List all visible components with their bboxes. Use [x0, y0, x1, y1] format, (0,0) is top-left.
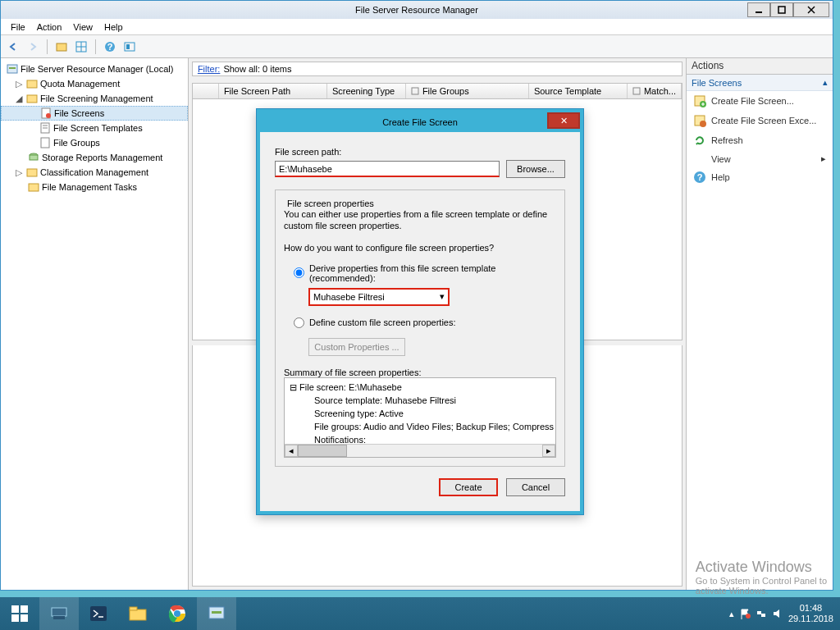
summary-scrollbar[interactable]: ◂▸	[285, 444, 555, 457]
cancel-button[interactable]: Cancel	[506, 478, 565, 496]
path-label: File screen path:	[275, 147, 565, 157]
tb-icon-1[interactable]	[52, 38, 71, 56]
tree-screen-mgmt[interactable]: ◢File Screening Management	[1, 91, 188, 106]
props-info: You can either use properties from a fil…	[284, 208, 556, 232]
props-fieldset: File screen properties You can either us…	[275, 189, 565, 467]
actions-title: Actions	[687, 58, 833, 75]
svg-text:?: ?	[697, 172, 703, 182]
tray-flag-icon[interactable]	[739, 608, 751, 619]
start-button[interactable]	[0, 597, 39, 630]
menu-file[interactable]: File	[6, 21, 30, 34]
activate-windows-watermark: Activate Windows Go to System in Control…	[696, 559, 827, 596]
tray-up-icon[interactable]: ▴	[729, 609, 734, 619]
menu-action[interactable]: Action	[32, 21, 67, 34]
action-refresh[interactable]: Refresh	[687, 130, 833, 150]
svg-rect-37	[21, 614, 28, 622]
action-help[interactable]: ?Help	[687, 167, 833, 187]
tree-reports[interactable]: Storage Reports Management	[1, 150, 188, 165]
action-create-exception[interactable]: Create File Screen Exce...	[687, 111, 833, 130]
grid-header[interactable]: File Screen Path Screening Type File Gro…	[192, 83, 682, 99]
svg-rect-21	[41, 138, 49, 148]
tree-file-screens[interactable]: File Screens	[1, 106, 188, 121]
tree-templates[interactable]: File Screen Templates	[1, 121, 188, 135]
menu-help[interactable]: Help	[99, 21, 128, 34]
svg-point-44	[174, 610, 180, 617]
svg-rect-23	[30, 155, 38, 160]
filter-link[interactable]: Filter:	[198, 64, 221, 74]
radio-custom-label: Define custom file screen properties:	[309, 317, 456, 327]
browse-button[interactable]: Browse...	[506, 160, 565, 178]
menubar: File Action View Help	[1, 19, 833, 35]
maximize-button[interactable]	[770, 2, 793, 17]
tree-classification[interactable]: ▷Classification Management	[1, 165, 188, 180]
svg-rect-24	[27, 169, 37, 176]
back-button[interactable]	[4, 38, 22, 56]
task-server-manager[interactable]	[39, 597, 79, 630]
taskbar: ▴ 01:48 29.11.2018	[0, 597, 840, 630]
svg-point-47	[746, 614, 751, 619]
svg-rect-36	[11, 614, 19, 622]
create-button[interactable]: Create	[439, 478, 498, 496]
dialog-title: Create File Screen	[382, 117, 458, 127]
props-legend: File screen properties	[284, 199, 377, 208]
custom-properties-button: Custom Properties ...	[308, 338, 405, 356]
tree-quota[interactable]: ▷Quota Management	[1, 76, 188, 91]
svg-rect-41	[130, 609, 146, 620]
template-select[interactable]: Muhasebe Filtresi▾	[308, 288, 450, 306]
svg-rect-25	[29, 184, 39, 191]
chevron-down-icon: ▾	[440, 291, 445, 302]
svg-rect-48	[757, 611, 761, 614]
svg-rect-13	[9, 67, 16, 69]
svg-rect-14	[27, 80, 37, 88]
svg-rect-42	[130, 607, 137, 610]
tree-tasks[interactable]: File Management Tasks	[1, 180, 188, 194]
task-chrome[interactable]	[158, 597, 197, 630]
actions-section: File Screens▴	[687, 75, 833, 91]
tray-network-icon[interactable]	[756, 608, 767, 619]
window-title: File Server Resource Manager	[355, 5, 478, 15]
path-input[interactable]	[275, 161, 500, 177]
minimize-button[interactable]	[747, 2, 770, 17]
close-button[interactable]	[793, 2, 829, 17]
tray-volume-icon[interactable]	[772, 608, 783, 619]
svg-rect-15	[27, 95, 37, 103]
collapse-icon[interactable]: ▴	[823, 77, 828, 88]
svg-point-17	[46, 113, 51, 118]
radio-template[interactable]	[294, 267, 304, 278]
summary-box[interactable]: ⊟ File screen: E:\Muhasebe Source templa…	[284, 377, 556, 458]
tb-icon-2[interactable]	[72, 38, 90, 56]
svg-rect-46	[212, 611, 221, 614]
filter-text: Show all: 0 items	[223, 64, 291, 74]
menu-view[interactable]: View	[68, 21, 98, 34]
summary-label: Summary of file screen properties:	[284, 368, 556, 377]
radio-custom[interactable]	[294, 317, 304, 328]
help-icon[interactable]: ?	[101, 38, 119, 56]
props-question: How do you want to configure file screen…	[284, 242, 556, 253]
tb-icon-3[interactable]	[121, 38, 139, 56]
svg-rect-11	[126, 44, 130, 49]
svg-point-31	[700, 121, 706, 127]
forward-button[interactable]	[24, 38, 42, 56]
tree-root[interactable]: File Server Resource Manager (Local)	[1, 62, 188, 76]
tray-clock[interactable]: 01:48 29.11.2018	[788, 603, 833, 623]
action-view[interactable]: View▸	[687, 150, 833, 167]
task-explorer[interactable]	[118, 597, 158, 630]
svg-rect-27	[633, 88, 640, 94]
svg-rect-35	[21, 605, 28, 613]
svg-text:?: ?	[107, 42, 113, 52]
svg-rect-1	[778, 7, 785, 13]
svg-rect-26	[412, 88, 418, 94]
svg-rect-38	[52, 608, 66, 616]
task-powershell[interactable]	[79, 597, 118, 630]
dialog-close-button[interactable]: ✕	[547, 112, 580, 129]
svg-rect-4	[57, 43, 66, 51]
toolbar: ?	[1, 35, 833, 58]
tree-file-groups[interactable]: File Groups	[1, 135, 188, 150]
svg-rect-39	[53, 616, 65, 619]
action-create-screen[interactable]: Create File Screen...	[687, 91, 833, 111]
nav-tree[interactable]: File Server Resource Manager (Local) ▷Qu…	[1, 58, 189, 590]
svg-rect-49	[761, 614, 765, 617]
dialog-titlebar: Create File Screen ✕	[257, 109, 583, 132]
actions-pane: Actions File Screens▴ Create File Screen…	[687, 58, 833, 590]
task-fsrm[interactable]	[197, 597, 236, 630]
